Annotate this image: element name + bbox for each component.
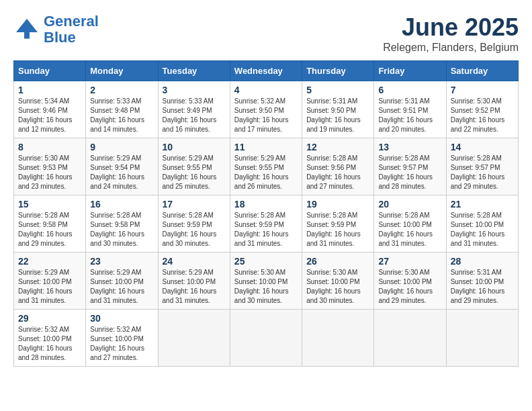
day-info: Sunrise: 5:29 AMSunset: 10:00 PMDaylight… [18,268,81,306]
day-info: Sunrise: 5:33 AMSunset: 9:49 PMDaylight:… [163,97,226,134]
day-number: 7 [451,85,514,95]
calendar-day-cell: 12 Sunrise: 5:28 AMSunset: 9:56 PMDaylig… [302,138,374,195]
calendar-day-cell: 11 Sunrise: 5:29 AMSunset: 9:55 PMDaylig… [230,138,302,195]
calendar-day-cell: 19 Sunrise: 5:28 AMSunset: 9:59 PMDaylig… [302,195,374,253]
day-info: Sunrise: 5:31 AMSunset: 9:51 PMDaylight:… [378,97,441,134]
calendar-day-cell: 16 Sunrise: 5:28 AMSunset: 9:58 PMDaylig… [86,195,158,253]
calendar-day-cell: 10 Sunrise: 5:29 AMSunset: 9:55 PMDaylig… [158,138,230,195]
svg-marker-0 [16,19,38,32]
calendar-day-cell: 29 Sunrise: 5:32 AMSunset: 10:00 PMDayli… [14,310,86,367]
calendar-week-row: 29 Sunrise: 5:32 AMSunset: 10:00 PMDayli… [14,310,519,367]
day-number: 30 [90,313,153,324]
day-info: Sunrise: 5:31 AMSunset: 9:50 PMDaylight:… [306,97,369,134]
calendar-day-cell: 17 Sunrise: 5:28 AMSunset: 9:59 PMDaylig… [158,195,230,253]
calendar-day-cell: 23 Sunrise: 5:29 AMSunset: 10:00 PMDayli… [86,253,158,310]
day-info: Sunrise: 5:28 AMSunset: 10:00 PMDaylight… [378,211,441,248]
day-info: Sunrise: 5:28 AMSunset: 9:57 PMDaylight:… [451,154,514,191]
day-number: 22 [18,256,81,267]
day-info: Sunrise: 5:31 AMSunset: 10:00 PMDaylight… [451,268,514,306]
svg-rect-1 [24,32,30,39]
calendar-day-cell: 9 Sunrise: 5:29 AMSunset: 9:54 PMDayligh… [86,138,158,195]
day-info: Sunrise: 5:30 AMSunset: 10:00 PMDaylight… [378,268,441,306]
calendar-day-cell: 13 Sunrise: 5:28 AMSunset: 9:57 PMDaylig… [374,138,446,195]
logo-icon [13,16,40,43]
day-number: 1 [18,85,81,95]
day-number: 24 [163,256,226,267]
day-number: 27 [378,256,441,267]
day-info: Sunrise: 5:30 AMSunset: 10:00 PMDaylight… [306,268,369,306]
calendar-day-cell [158,310,230,367]
calendar-weekday: Saturday [446,61,518,81]
day-info: Sunrise: 5:28 AMSunset: 9:56 PMDaylight:… [306,154,369,191]
calendar-day-cell: 3 Sunrise: 5:33 AMSunset: 9:49 PMDayligh… [158,81,230,138]
day-info: Sunrise: 5:32 AMSunset: 10:00 PMDaylight… [90,325,153,363]
calendar-day-cell [230,310,302,367]
day-number: 6 [378,85,441,95]
day-info: Sunrise: 5:30 AMSunset: 10:00 PMDaylight… [234,268,298,306]
day-number: 16 [90,199,153,210]
day-number: 8 [18,142,81,152]
calendar-weekday: Thursday [302,61,374,81]
calendar-body: 1 Sunrise: 5:34 AMSunset: 9:46 PMDayligh… [14,81,519,367]
calendar-weekday: Tuesday [158,61,230,81]
day-info: Sunrise: 5:34 AMSunset: 9:46 PMDaylight:… [18,97,81,134]
calendar-table: SundayMondayTuesdayWednesdayThursdayFrid… [13,60,519,367]
day-info: Sunrise: 5:29 AMSunset: 9:54 PMDaylight:… [90,154,153,191]
day-number: 5 [306,85,369,95]
day-info: Sunrise: 5:28 AMSunset: 9:59 PMDaylight:… [163,211,226,248]
calendar-weekday: Sunday [14,61,86,81]
calendar-day-cell: 8 Sunrise: 5:30 AMSunset: 9:53 PMDayligh… [14,138,86,195]
day-info: Sunrise: 5:33 AMSunset: 9:48 PMDaylight:… [90,97,153,134]
day-info: Sunrise: 5:28 AMSunset: 9:58 PMDaylight:… [18,211,81,248]
calendar-weekday: Wednesday [230,61,302,81]
calendar-day-cell: 28 Sunrise: 5:31 AMSunset: 10:00 PMDayli… [446,253,518,310]
day-info: Sunrise: 5:28 AMSunset: 9:59 PMDaylight:… [234,211,298,248]
calendar-day-cell: 14 Sunrise: 5:28 AMSunset: 9:57 PMDaylig… [446,138,518,195]
calendar-weekday: Friday [374,61,446,81]
day-number: 14 [451,142,514,152]
calendar-day-cell: 18 Sunrise: 5:28 AMSunset: 9:59 PMDaylig… [230,195,302,253]
day-number: 10 [163,142,226,152]
day-number: 9 [90,142,153,152]
day-number: 20 [378,199,441,210]
calendar-week-row: 22 Sunrise: 5:29 AMSunset: 10:00 PMDayli… [14,253,519,310]
calendar-day-cell: 27 Sunrise: 5:30 AMSunset: 10:00 PMDayli… [374,253,446,310]
day-number: 11 [234,142,298,152]
calendar-day-cell: 7 Sunrise: 5:30 AMSunset: 9:52 PMDayligh… [446,81,518,138]
day-number: 29 [18,313,81,324]
calendar-week-row: 15 Sunrise: 5:28 AMSunset: 9:58 PMDaylig… [14,195,519,253]
day-number: 26 [306,256,369,267]
calendar-day-cell: 21 Sunrise: 5:28 AMSunset: 10:00 PMDayli… [446,195,518,253]
calendar-day-cell: 22 Sunrise: 5:29 AMSunset: 10:00 PMDayli… [14,253,86,310]
month-title: June 2025 [383,13,519,42]
title-block: June 2025 Relegem, Flanders, Belgium [383,13,519,54]
location: Relegem, Flanders, Belgium [383,42,519,54]
day-info: Sunrise: 5:29 AMSunset: 9:55 PMDaylight:… [163,154,226,191]
calendar-header-row: SundayMondayTuesdayWednesdayThursdayFrid… [14,61,519,81]
day-info: Sunrise: 5:28 AMSunset: 9:58 PMDaylight:… [90,211,153,248]
day-info: Sunrise: 5:30 AMSunset: 9:52 PMDaylight:… [451,97,514,134]
day-number: 28 [451,256,514,267]
day-info: Sunrise: 5:29 AMSunset: 9:55 PMDaylight:… [234,154,298,191]
day-number: 2 [90,85,153,95]
calendar-day-cell: 20 Sunrise: 5:28 AMSunset: 10:00 PMDayli… [374,195,446,253]
day-number: 3 [163,85,226,95]
day-info: Sunrise: 5:32 AMSunset: 10:00 PMDaylight… [18,325,81,363]
calendar-day-cell: 30 Sunrise: 5:32 AMSunset: 10:00 PMDayli… [86,310,158,367]
day-number: 25 [234,256,298,267]
logo: General Blue [13,13,99,46]
day-info: Sunrise: 5:32 AMSunset: 9:50 PMDaylight:… [234,97,298,134]
calendar-day-cell: 2 Sunrise: 5:33 AMSunset: 9:48 PMDayligh… [86,81,158,138]
calendar-week-row: 1 Sunrise: 5:34 AMSunset: 9:46 PMDayligh… [14,81,519,138]
calendar-week-row: 8 Sunrise: 5:30 AMSunset: 9:53 PMDayligh… [14,138,519,195]
calendar-day-cell [446,310,518,367]
calendar-day-cell [302,310,374,367]
calendar-day-cell [374,310,446,367]
calendar-day-cell: 24 Sunrise: 5:29 AMSunset: 10:00 PMDayli… [158,253,230,310]
calendar-day-cell: 25 Sunrise: 5:30 AMSunset: 10:00 PMDayli… [230,253,302,310]
day-number: 18 [234,199,298,210]
calendar-day-cell: 15 Sunrise: 5:28 AMSunset: 9:58 PMDaylig… [14,195,86,253]
day-info: Sunrise: 5:28 AMSunset: 9:57 PMDaylight:… [378,154,441,191]
day-number: 21 [451,199,514,210]
day-info: Sunrise: 5:29 AMSunset: 10:00 PMDaylight… [163,268,226,306]
